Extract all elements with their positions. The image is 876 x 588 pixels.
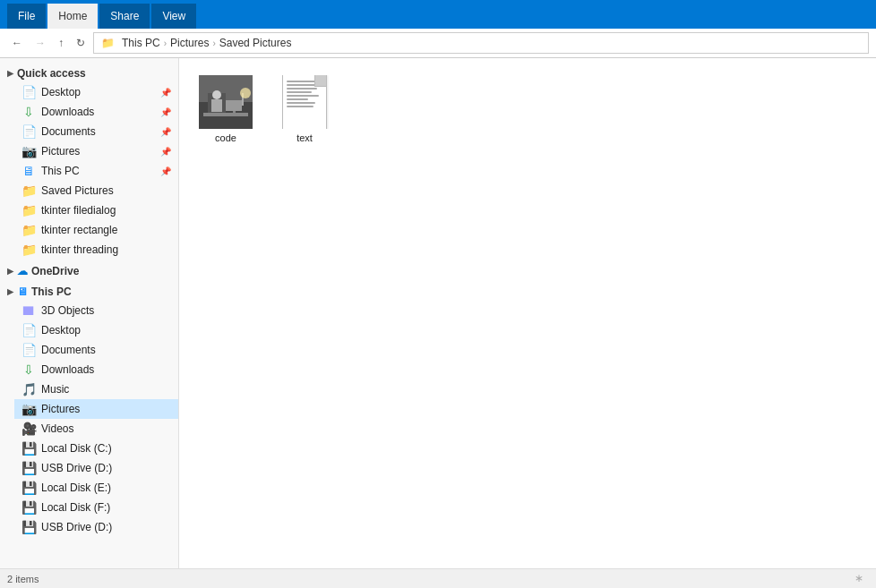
sidebar-item-local-disk-f[interactable]: 💾 Local Disk (F:) (14, 498, 178, 517)
svg-rect-9 (211, 99, 222, 112)
sidebar-desktop-label: Desktop (41, 86, 81, 98)
breadcrumb-pictures[interactable]: Pictures (170, 37, 209, 49)
breadcrumb-folder-icon: 📁 (101, 37, 115, 49)
sidebar-item-tkinter-rectangle[interactable]: 📁 tkinter rectangle (14, 220, 178, 240)
sidebar-item-desktop-quick[interactable]: 📄 Desktop 📌 (14, 82, 178, 102)
resize-handle[interactable]: ∗ (855, 572, 869, 586)
doc-line-6 (287, 98, 308, 100)
sidebar-3dobjects-label: 3D Objects (41, 304, 94, 317)
sidebar-savedpictures-label: Saved Pictures (41, 184, 114, 197)
title-bar: File Home Share View (0, 0, 876, 29)
thispc-section-icon: 🖥 (17, 285, 28, 298)
sidebar-documents-label: Documents (41, 125, 96, 138)
svg-rect-3 (203, 113, 248, 116)
sidebar-tkinter-filedialog-label: tkinter filedialog (41, 204, 116, 217)
address-bar: ← → ↑ ↻ 📁 This PC › Pictures › Saved Pic… (0, 29, 876, 58)
file-item-code[interactable]: code (190, 69, 262, 149)
thispc-items: ⯀ 3D Objects 📄 Desktop 📄 Documents ⇩ Dow… (0, 301, 178, 537)
sidebar-item-tkinter-filedialog[interactable]: 📁 tkinter filedialog (14, 200, 178, 220)
sidebar-local-disk-f-label: Local Disk (F:) (41, 501, 110, 514)
tab-view[interactable]: View (151, 4, 196, 29)
file-name-text: text (296, 132, 313, 143)
sidebar-item-usb-d2[interactable]: 💾 USB Drive (D:) (14, 517, 178, 537)
file-thumb-text (278, 75, 331, 129)
sidebar-item-3dobjects[interactable]: ⯀ 3D Objects (14, 301, 178, 320)
sidebar-item-pictures-quick[interactable]: 📷 Pictures 📌 (14, 141, 178, 161)
desktop-thispc-icon: 📄 (21, 323, 36, 337)
status-bar: 2 items ∗ (0, 568, 876, 588)
sidebar-section-onedrive[interactable]: ▶ ☁ OneDrive (0, 260, 178, 280)
downloads-thispc-icon: ⇩ (21, 362, 36, 377)
usb-d2-icon: 💾 (21, 520, 36, 534)
documents-thispc-icon: 📄 (21, 343, 36, 357)
sidebar-item-usb-d[interactable]: 💾 USB Drive (D:) (14, 458, 178, 478)
sidebar-tkinter-rectangle-label: tkinter rectangle (41, 224, 117, 236)
sidebar-item-music[interactable]: 🎵 Music (14, 379, 178, 399)
sidebar-item-local-disk-c[interactable]: 💾 Local Disk (C:) (14, 439, 178, 458)
sidebar-item-tkinter-threading[interactable]: 📁 tkinter threading (14, 240, 178, 260)
pin-icon-documents: 📌 (160, 127, 171, 137)
forward-button[interactable]: → (30, 34, 50, 52)
usb-d-icon: 💾 (21, 461, 36, 475)
disk-c-icon: 💾 (21, 441, 36, 456)
breadcrumb-savedpictures[interactable]: Saved Pictures (219, 37, 292, 49)
quickaccess-chevron: ▶ (7, 69, 13, 78)
sidebar-documents-thispc-label: Documents (41, 344, 96, 356)
sidebar-item-downloads-thispc[interactable]: ⇩ Downloads (14, 360, 178, 379)
doc-line-1 (287, 81, 319, 82)
pin-icon: 📌 (160, 88, 171, 98)
back-button[interactable]: ← (7, 34, 27, 52)
up-button[interactable]: ↑ (54, 34, 68, 52)
sidebar-item-documents-thispc[interactable]: 📄 Documents (14, 340, 178, 360)
doc-line-2 (287, 84, 315, 86)
breadcrumb-thispc[interactable]: This PC (122, 37, 160, 49)
onedrive-chevron: ▶ (7, 267, 13, 276)
item-count: 2 items (7, 574, 39, 584)
doc-line-5 (287, 95, 319, 97)
sidebar-item-videos[interactable]: 🎥 Videos (14, 419, 178, 439)
main-area: ▶ Quick access 📄 Desktop 📌 ⇩ Downloads 📌… (0, 58, 876, 568)
sidebar-videos-label: Videos (41, 422, 73, 435)
tab-file[interactable]: File (7, 4, 46, 29)
quickaccess-label: Quick access (17, 67, 86, 80)
sidebar-section-quickaccess[interactable]: ▶ Quick access (0, 62, 178, 82)
sidebar-local-disk-e-label: Local Disk (E:) (41, 481, 111, 494)
doc-line-3 (287, 88, 317, 89)
sidebar-item-thispc-quick[interactable]: 🖥 This PC 📌 (14, 161, 178, 181)
sidebar-downloads-thispc-label: Downloads (41, 363, 94, 376)
sidebar-tkinter-threading-label: tkinter threading (41, 243, 118, 256)
videos-icon: 🎥 (21, 422, 36, 436)
sidebar-desktop-thispc-label: Desktop (41, 324, 81, 337)
thispc-section-label: This PC (31, 285, 72, 298)
downloads-icon: ⇩ (21, 105, 36, 119)
ribbon-tabs: File Home Share View (7, 0, 198, 29)
sidebar-item-local-disk-e[interactable]: 💾 Local Disk (E:) (14, 478, 178, 498)
sidebar-item-documents-quick[interactable]: 📄 Documents 📌 (14, 122, 178, 141)
breadcrumb[interactable]: 📁 This PC › Pictures › Saved Pictures (93, 32, 869, 54)
code-image-thumbnail (199, 75, 253, 129)
document-icon (282, 75, 327, 129)
sidebar-item-pictures-thispc[interactable]: 📷 Pictures (14, 399, 178, 419)
tab-home[interactable]: Home (47, 4, 98, 29)
file-thumb-code (199, 75, 253, 129)
onedrive-label: OneDrive (31, 265, 79, 277)
sidebar-item-savedpictures[interactable]: 📁 Saved Pictures (14, 181, 178, 200)
doc-line-7 (287, 102, 315, 104)
music-icon: 🎵 (21, 382, 36, 396)
file-item-text[interactable]: text (269, 69, 340, 149)
breadcrumb-sep-2: › (212, 38, 215, 48)
tab-share[interactable]: Share (99, 4, 150, 29)
sidebar-section-thispc[interactable]: ▶ 🖥 This PC (0, 280, 178, 301)
sidebar-item-downloads-quick[interactable]: ⇩ Downloads 📌 (14, 102, 178, 122)
onedrive-icon: ☁ (17, 265, 28, 277)
content-area: code text (179, 58, 876, 568)
sidebar-downloads-label: Downloads (41, 106, 94, 118)
pin-icon-thispc: 📌 (160, 166, 171, 176)
pictures-thispc-icon: 📷 (21, 402, 36, 416)
sidebar-pictures-thispc-label: Pictures (41, 403, 80, 415)
3dobjects-icon: ⯀ (21, 303, 36, 318)
documents-icon: 📄 (21, 124, 36, 139)
tkinter-threading-folder-icon: 📁 (21, 243, 36, 257)
sidebar-item-desktop-thispc[interactable]: 📄 Desktop (14, 320, 178, 340)
refresh-button[interactable]: ↻ (72, 34, 90, 52)
